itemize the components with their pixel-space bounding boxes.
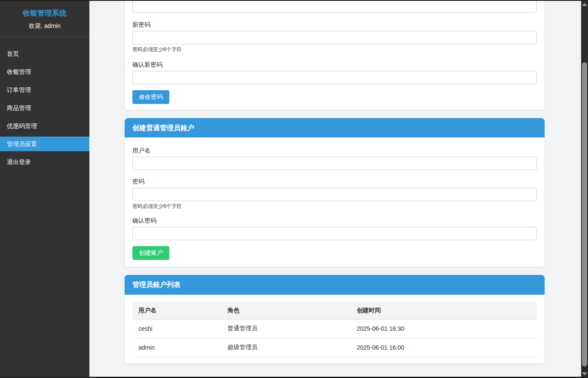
new-password-label: 新密码 (132, 20, 537, 29)
username-label: 用户名 (132, 146, 537, 155)
vertical-scrollbar[interactable] (581, 0, 588, 378)
sidebar: 收银管理系统 欢迎, admin 首页 收银管理 订单管理 商品管理 优惠码管理… (0, 0, 89, 378)
scroll-down-arrow-icon[interactable] (582, 372, 587, 375)
current-password-input[interactable] (132, 0, 537, 12)
change-password-button[interactable]: 修改密码 (132, 90, 169, 104)
column-header-username: 用户名 (132, 302, 221, 319)
sidebar-item-logout[interactable]: 退出登录 (0, 155, 89, 169)
app-title: 收银管理系统 (0, 9, 89, 18)
create-account-button[interactable]: 创建账户 (132, 246, 169, 260)
admin-list-panel-title: 管理员账户列表 (125, 275, 545, 295)
table-header-row: 用户名 角色 创建时间 (132, 302, 537, 319)
column-header-created: 创建时间 (351, 302, 537, 319)
main-area: 新密码 密码必须至少6个字符 确认新密码 修改密码 创建普通管理员账户 用户名 … (89, 0, 581, 378)
table-row: ceshi 普通管理员 2025-06-01 16:30 (132, 319, 537, 338)
new-password-input[interactable] (132, 31, 537, 44)
content-column: 新密码 密码必须至少6个字符 确认新密码 修改密码 创建普通管理员账户 用户名 … (125, 0, 545, 363)
column-header-role: 角色 (221, 302, 351, 319)
confirm-new-password-label: 确认新密码 (132, 60, 537, 69)
cell-role: 超级管理员 (221, 338, 351, 357)
confirm-password-input[interactable] (132, 227, 537, 240)
confirm-new-password-input[interactable] (132, 71, 537, 84)
create-admin-panel-body: 用户名 密码 密码必须至少6个字符 确认密码 创建账户 (125, 137, 545, 267)
sidebar-header: 收银管理系统 欢迎, admin (0, 0, 89, 37)
admin-table: 用户名 角色 创建时间 ceshi 普通管理员 2025-06-01 16:30 (132, 302, 537, 357)
table-row: admin 超级管理员 2025-06-01 16:00 (132, 338, 537, 357)
password-hint: 密码必须至少6个字符 (132, 203, 537, 209)
sidebar-item-cashier[interactable]: 收银管理 (0, 64, 89, 79)
password-input[interactable] (132, 188, 537, 201)
scroll-up-arrow-icon[interactable] (582, 3, 587, 6)
password-label: 密码 (132, 177, 537, 186)
create-admin-panel-title: 创建普通管理员账户 (125, 118, 545, 137)
cell-created: 2025-06-01 16:30 (351, 319, 537, 338)
cell-username: admin (132, 338, 221, 357)
screen: 收银管理系统 欢迎, admin 首页 收银管理 订单管理 商品管理 优惠码管理… (0, 0, 588, 378)
new-password-hint: 密码必须至少6个字符 (132, 46, 537, 52)
sidebar-menu: 首页 收银管理 订单管理 商品管理 优惠码管理 管理员设置 退出登录 (0, 37, 89, 169)
change-password-panel: 新密码 密码必须至少6个字符 确认新密码 修改密码 (125, 0, 545, 110)
welcome-text: 欢迎, admin (0, 22, 89, 30)
admin-list-panel: 管理员账户列表 用户名 角色 创建时间 (125, 275, 545, 363)
sidebar-item-home[interactable]: 首页 (0, 46, 89, 61)
cell-created: 2025-06-01 16:00 (351, 338, 537, 357)
sidebar-item-admin-settings[interactable]: 管理员设置 (0, 137, 89, 151)
scrollbar-thumb[interactable] (582, 62, 587, 366)
admin-list-panel-body: 用户名 角色 创建时间 ceshi 普通管理员 2025-06-01 16:30 (125, 295, 545, 363)
username-input[interactable] (132, 157, 537, 170)
create-admin-panel: 创建普通管理员账户 用户名 密码 密码必须至少6个字符 确认密码 创建账户 (125, 118, 545, 267)
sidebar-item-orders[interactable]: 订单管理 (0, 82, 89, 97)
window-top-edge (0, 0, 588, 1)
cell-role: 普通管理员 (221, 319, 351, 338)
sidebar-item-products[interactable]: 商品管理 (0, 101, 89, 115)
sidebar-item-coupons[interactable]: 优惠码管理 (0, 119, 89, 133)
confirm-password-label: 确认密码 (132, 216, 537, 225)
cell-username: ceshi (132, 319, 221, 338)
